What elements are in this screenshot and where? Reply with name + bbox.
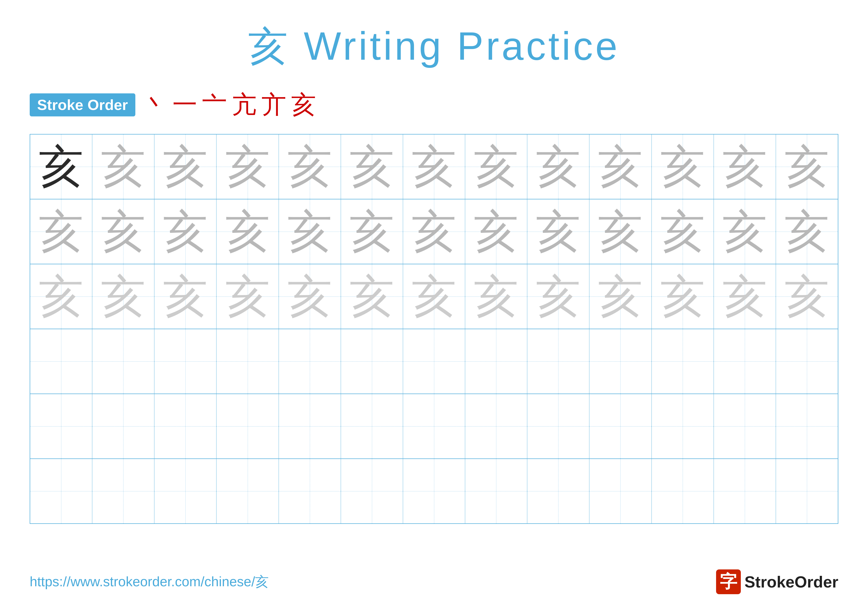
grid-cell	[527, 459, 589, 523]
grid-cell: 亥	[652, 199, 714, 264]
grid-cell: 亥	[279, 199, 341, 264]
cell-character: 亥	[474, 145, 518, 189]
cell-character: 亥	[784, 209, 829, 254]
grid-row: 亥亥亥亥亥亥亥亥亥亥亥亥亥	[30, 264, 838, 329]
title-text: Writing Practice	[304, 24, 620, 68]
grid-cell	[92, 394, 154, 459]
grid-cell: 亥	[403, 135, 465, 199]
cell-character: 亥	[598, 274, 643, 319]
grid-cell	[279, 394, 341, 459]
cell-character: 亥	[225, 274, 270, 319]
grid-cell	[30, 394, 92, 459]
stroke-step-1: 丶	[143, 88, 167, 121]
grid-cell	[465, 329, 527, 393]
grid-cell	[341, 459, 403, 523]
grid-cell	[403, 459, 465, 523]
grid-cell: 亥	[465, 135, 527, 199]
grid-cell: 亥	[652, 135, 714, 199]
cell-character: 亥	[536, 145, 580, 189]
grid-cell	[527, 329, 589, 393]
logo-icon: 字	[716, 569, 741, 594]
grid-cell: 亥	[217, 199, 279, 264]
grid-cell: 亥	[154, 135, 217, 199]
grid-cell: 亥	[527, 199, 589, 264]
logo-text: StrokeOrder	[744, 573, 838, 591]
cell-character: 亥	[350, 209, 394, 254]
cell-character: 亥	[536, 209, 580, 254]
cell-character: 亥	[598, 145, 643, 189]
grid-row	[30, 329, 838, 394]
grid-cell	[217, 329, 279, 393]
grid-cell: 亥	[30, 264, 92, 329]
cell-character: 亥	[101, 145, 146, 189]
cell-character: 亥	[784, 145, 829, 189]
grid-cell	[217, 459, 279, 523]
grid-cell: 亥	[279, 135, 341, 199]
grid-cell	[527, 394, 589, 459]
grid-cell: 亥	[465, 199, 527, 264]
cell-character: 亥	[163, 209, 208, 254]
page: 亥 Writing Practice Stroke Order 丶 一 亠 亢 …	[0, 0, 868, 614]
grid-cell: 亥	[341, 135, 403, 199]
grid-row: 亥亥亥亥亥亥亥亥亥亥亥亥亥	[30, 199, 838, 264]
grid-row	[30, 459, 838, 523]
cell-character: 亥	[163, 145, 208, 189]
grid-row: 亥亥亥亥亥亥亥亥亥亥亥亥亥	[30, 135, 838, 199]
cell-character: 亥	[225, 209, 270, 254]
grid-cell	[776, 329, 838, 393]
grid-cell	[652, 394, 714, 459]
grid-cell: 亥	[776, 264, 838, 329]
grid-cell: 亥	[154, 199, 217, 264]
grid-row	[30, 394, 838, 459]
grid-cell	[652, 329, 714, 393]
grid-cell: 亥	[589, 264, 651, 329]
grid-cell: 亥	[465, 264, 527, 329]
grid-cell: 亥	[217, 264, 279, 329]
grid-cell	[92, 459, 154, 523]
footer-url[interactable]: https://www.strokeorder.com/chinese/亥	[30, 573, 269, 591]
grid-cell: 亥	[279, 264, 341, 329]
cell-character: 亥	[474, 209, 518, 254]
cell-character: 亥	[101, 274, 146, 319]
cell-character: 亥	[412, 145, 456, 189]
grid-cell: 亥	[403, 199, 465, 264]
stroke-order-row: Stroke Order 丶 一 亠 亢 亣 亥	[30, 88, 838, 121]
cell-character: 亥	[101, 209, 146, 254]
grid-cell	[279, 459, 341, 523]
cell-character: 亥	[660, 274, 705, 319]
grid-cell: 亥	[92, 264, 154, 329]
grid-cell	[403, 329, 465, 393]
grid-cell: 亥	[341, 199, 403, 264]
grid-cell	[154, 459, 217, 523]
grid-cell	[217, 394, 279, 459]
cell-character: 亥	[288, 209, 332, 254]
grid-cell: 亥	[403, 264, 465, 329]
cell-character: 亥	[163, 274, 208, 319]
grid-cell	[30, 329, 92, 393]
grid-cell	[714, 394, 776, 459]
grid-cell: 亥	[589, 199, 651, 264]
cell-character: 亥	[660, 209, 705, 254]
grid-cell	[279, 329, 341, 393]
grid-cell: 亥	[652, 264, 714, 329]
stroke-step-2: 一	[172, 88, 197, 121]
stroke-step-3: 亠	[202, 88, 227, 121]
stroke-order-badge: Stroke Order	[30, 93, 135, 117]
cell-character: 亥	[598, 209, 643, 254]
grid-cell: 亥	[30, 135, 92, 199]
grid-cell	[92, 329, 154, 393]
cell-character: 亥	[288, 274, 332, 319]
grid-cell: 亥	[589, 135, 651, 199]
cell-character: 亥	[350, 145, 394, 189]
cell-character: 亥	[288, 145, 332, 189]
grid-cell: 亥	[92, 135, 154, 199]
grid-cell: 亥	[30, 199, 92, 264]
stroke-step-6: 亥	[291, 88, 316, 121]
cell-character: 亥	[39, 274, 84, 319]
cell-character: 亥	[474, 274, 518, 319]
cell-character: 亥	[39, 209, 84, 254]
grid-cell	[465, 394, 527, 459]
footer-logo: 字 StrokeOrder	[716, 569, 838, 594]
grid-cell: 亥	[714, 199, 776, 264]
stroke-step-4: 亢	[232, 88, 257, 121]
